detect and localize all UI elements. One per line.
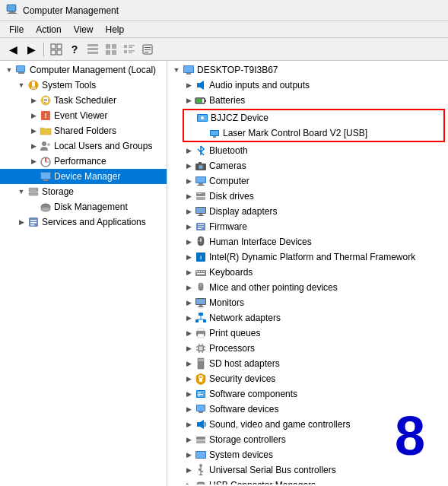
storage-expander[interactable]: ▼	[15, 186, 27, 198]
menu-view[interactable]: View	[68, 23, 100, 37]
disk-drives-expander[interactable]: ▶	[183, 190, 195, 202]
view-btn-2[interactable]	[103, 41, 119, 58]
system-devices-label: System devices	[209, 449, 273, 460]
left-storage[interactable]: ▼ Storage	[0, 184, 167, 199]
left-services[interactable]: ▶ Services and Applications	[0, 214, 167, 230]
svg-rect-140	[199, 411, 203, 413]
right-audio-item[interactable]: ▶ Audio inputs and outputs	[167, 78, 448, 93]
right-root-item[interactable]: ▼ DESKTOP-T9I3B67	[167, 62, 448, 78]
svg-point-145	[204, 441, 205, 443]
right-software-components-item[interactable]: ▶ Software components	[167, 386, 448, 402]
right-display-adapters-item[interactable]: ▶ Display adapters	[167, 204, 448, 219]
software-components-expander[interactable]: ▶	[183, 388, 195, 400]
properties-button[interactable]	[139, 41, 156, 58]
intel-expander[interactable]: ▶	[183, 251, 195, 263]
right-computer-item[interactable]: ▶ Computer	[167, 173, 448, 189]
device-manager-expander[interactable]	[27, 170, 40, 183]
batteries-expander[interactable]: ▶	[183, 94, 195, 106]
view-btn-3[interactable]	[121, 41, 138, 58]
svg-rect-153	[199, 484, 203, 484]
network-expander[interactable]: ▶	[183, 312, 195, 324]
right-keyboards-item[interactable]: ▶ Keyboards	[167, 265, 448, 280]
hid-expander[interactable]: ▶	[183, 236, 195, 248]
right-root-expander[interactable]: ▼	[170, 64, 183, 76]
right-firmware-item[interactable]: ▶ Firmware	[167, 219, 448, 234]
right-sd-host-item[interactable]: ▶ SD host adapters	[167, 356, 448, 371]
right-disk-drives-item[interactable]: ▶ Disk drives	[167, 189, 448, 204]
right-mice-item[interactable]: ▶ Mice and other pointing devices	[167, 280, 448, 295]
svg-rect-11	[106, 44, 110, 49]
bjcz-expander[interactable]	[184, 112, 196, 124]
disk-management-expander[interactable]	[27, 201, 40, 213]
left-panel: ▼ Computer Management (Local) ▼	[0, 61, 167, 486]
mice-expander[interactable]: ▶	[183, 281, 195, 294]
shared-folders-expander[interactable]: ▶	[27, 125, 40, 137]
right-hid-item[interactable]: ▶ Human Interface Devices	[167, 234, 448, 249]
left-task-scheduler[interactable]: ▶ Task Scheduler	[0, 93, 167, 108]
left-disk-management[interactable]: Disk Management	[0, 199, 167, 214]
sd-expander[interactable]: ▶	[183, 357, 195, 370]
task-scheduler-expander[interactable]: ▶	[27, 94, 40, 106]
security-expander[interactable]: ▶	[183, 373, 195, 385]
computer-expander[interactable]: ▶	[183, 175, 195, 187]
right-bluetooth-item[interactable]: ▶ Bluetooth	[167, 143, 448, 158]
software-devices-expander[interactable]: ▶	[183, 403, 195, 415]
bluetooth-expander[interactable]: ▶	[183, 145, 195, 157]
right-monitors-item[interactable]: ▶ Monitors	[167, 295, 448, 310]
security-icon	[195, 373, 207, 385]
left-system-tools[interactable]: ▼ System Tools	[0, 78, 167, 93]
menu-action[interactable]: Action	[30, 23, 67, 37]
svg-rect-29	[32, 81, 35, 87]
svg-rect-53	[30, 220, 37, 221]
usb-connector-expander[interactable]: ▶	[183, 479, 195, 484]
usb-controllers-expander[interactable]: ▶	[183, 464, 195, 476]
left-device-manager[interactable]: Device Manager	[0, 169, 167, 184]
svg-rect-86	[198, 224, 204, 225]
view-btn-1[interactable]	[84, 41, 101, 58]
processors-expander[interactable]: ▶	[183, 342, 195, 354]
services-expander[interactable]: ▶	[15, 216, 27, 228]
right-laser-item[interactable]: Laser Mark Control Board V2 [USB]	[184, 125, 443, 141]
laser-expander[interactable]	[196, 127, 208, 139]
right-cameras-item[interactable]: ▶ Cameras	[167, 158, 448, 173]
root-expander[interactable]: ▼	[3, 64, 15, 76]
menu-help[interactable]: Help	[100, 23, 131, 37]
right-bjcz-item[interactable]: BJJCZ Device	[184, 110, 443, 125]
right-processors-item[interactable]: ▶ Process	[167, 341, 448, 356]
sound-expander[interactable]: ▶	[183, 418, 195, 430]
event-viewer-expander[interactable]: ▶	[27, 110, 40, 122]
monitors-expander[interactable]: ▶	[183, 297, 195, 309]
left-root-item[interactable]: ▼ Computer Management (Local)	[0, 62, 167, 78]
right-usb-connector-item[interactable]: ▶ USB Connector Managers	[167, 478, 448, 484]
svg-rect-128	[199, 359, 200, 361]
display-adapters-expander[interactable]: ▶	[183, 205, 195, 218]
system-devices-expander[interactable]: ▶	[183, 449, 195, 461]
right-batteries-item[interactable]: ▶ Batteries	[167, 93, 448, 108]
svg-text:i: i	[200, 254, 202, 261]
left-shared-folders[interactable]: ▶ Shared Folders	[0, 123, 167, 138]
keyboards-expander[interactable]: ▶	[183, 266, 195, 278]
menu-file[interactable]: File	[3, 23, 30, 37]
show-hide-button[interactable]	[48, 41, 65, 58]
svg-rect-57	[184, 66, 193, 72]
computer-label: Computer	[209, 176, 249, 186]
print-expander[interactable]: ▶	[183, 327, 195, 339]
storage-ctrl-expander[interactable]: ▶	[183, 434, 195, 446]
help-button[interactable]: ?	[66, 41, 83, 58]
firmware-expander[interactable]: ▶	[183, 221, 195, 233]
local-users-expander[interactable]: ▶	[27, 140, 40, 152]
back-button[interactable]: ◀	[5, 41, 21, 58]
right-security-item[interactable]: ▶ Security devices	[167, 371, 448, 386]
forward-button[interactable]: ▶	[23, 41, 40, 58]
right-print-queues-item[interactable]: ▶ Print queues	[167, 326, 448, 341]
left-event-viewer[interactable]: ▶ ! Event Viewer	[0, 108, 167, 123]
cameras-expander[interactable]: ▶	[183, 160, 195, 172]
network-icon	[195, 312, 207, 324]
system-tools-expander[interactable]: ▼	[15, 79, 27, 91]
right-intel-item[interactable]: ▶ i Intel(R) Dynamic Platform and Therma…	[167, 249, 448, 265]
left-local-users[interactable]: ▶ Local Users and Groups	[0, 138, 167, 154]
performance-expander[interactable]: ▶	[27, 155, 40, 167]
audio-expander[interactable]: ▶	[183, 79, 195, 91]
right-network-item[interactable]: ▶ Network adapters	[167, 310, 448, 326]
left-performance[interactable]: ▶ Performance	[0, 154, 167, 169]
